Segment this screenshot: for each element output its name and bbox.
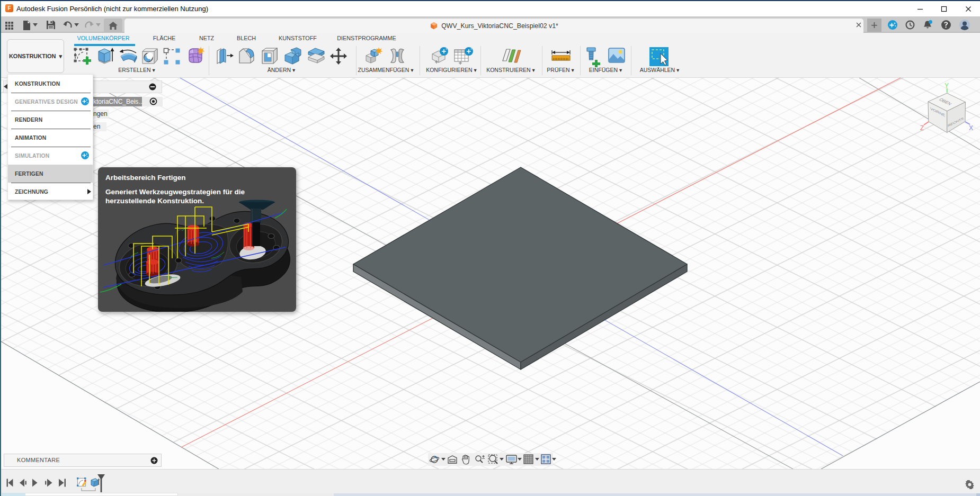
svg-text:Z: Z [920,124,924,132]
svg-text:Y: Y [945,82,949,89]
svg-text:X: X [969,124,973,132]
